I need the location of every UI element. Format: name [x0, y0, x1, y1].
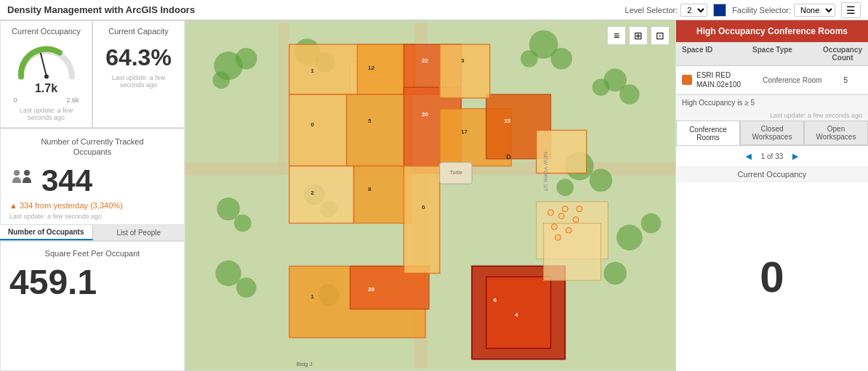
level-selector-input[interactable]: 2 1 3	[680, 4, 707, 17]
svg-text:22: 22	[422, 57, 428, 64]
capacity-title: Current Capacity	[108, 27, 169, 36]
svg-text:6: 6	[494, 297, 497, 303]
people-svg	[9, 167, 36, 189]
ws-tab-closed[interactable]: Closed Workspaces	[740, 121, 804, 145]
table-row[interactable]: ESRI RED MAIN.02e100 Conference Room 5	[676, 66, 868, 94]
svg-text:3: 3	[461, 57, 465, 64]
svg-point-9	[236, 48, 257, 70]
svg-point-27	[616, 224, 642, 250]
svg-point-26	[556, 179, 574, 196]
map-toolbar: ≡ ⊞ ⊡	[607, 26, 670, 45]
facility-selector-label: Facility Selector:	[732, 6, 791, 15]
svg-point-16	[236, 277, 257, 298]
map-tool-expand[interactable]: ⊡	[651, 26, 670, 45]
facility-selector-input[interactable]: None	[794, 4, 835, 17]
high-occ-header: High Occupancy Conference Rooms	[676, 20, 868, 42]
svg-point-14	[234, 215, 252, 232]
pagination-prev[interactable]: ◄	[742, 150, 755, 162]
gauge-max: 2.6k	[66, 97, 79, 104]
svg-point-2	[14, 170, 20, 176]
occ-count-value: 5	[829, 76, 862, 84]
svg-point-15	[215, 261, 241, 286]
capacity-last-update: Last update: a few seconds ago	[99, 74, 178, 89]
svg-rect-48	[440, 44, 490, 98]
svg-point-13	[217, 197, 240, 221]
svg-point-29	[603, 262, 627, 285]
right-last-update: Last update: a few seconds ago	[676, 110, 868, 121]
svg-text:Turtle: Turtle	[450, 170, 462, 175]
current-occ-value: 0	[676, 182, 868, 371]
svg-point-1	[44, 75, 49, 79]
map-tool-list[interactable]: ≡	[607, 26, 626, 45]
pagination-label: 1 of 33	[761, 152, 784, 160]
level-selector-label: Level Selector:	[625, 6, 678, 15]
svg-text:28: 28	[368, 286, 374, 293]
occupants-delta: ▲ 334 from yesterday (3,340%)	[9, 201, 175, 210]
svg-text:20: 20	[422, 111, 428, 118]
svg-rect-50	[486, 277, 551, 348]
sqft-widget: Square Feet Per Occupant 459.1	[0, 241, 185, 371]
svg-line-0	[41, 54, 47, 77]
occupancy-value: 1.7k	[35, 82, 57, 95]
svg-text:5: 5	[368, 118, 371, 124]
app-title: Density Management with ArcGIS Indoors	[7, 4, 195, 15]
svg-text:8: 8	[368, 186, 371, 192]
top-widgets-row: Current Occupancy 1.7k 0 2.6k	[0, 20, 185, 129]
col-header-space-id: Space ID	[682, 46, 752, 62]
svg-rect-53	[544, 223, 601, 280]
menu-button[interactable]: ☰	[841, 2, 861, 18]
svg-text:0: 0	[422, 204, 425, 211]
svg-text:4: 4	[515, 311, 518, 318]
current-occupancy-widget: Current Occupancy 1.7k 0 2.6k	[0, 20, 92, 128]
high-occ-threshold: High Occupancy is ≥ 5	[676, 94, 868, 110]
svg-point-78	[562, 206, 568, 212]
occupancy-title: Current Occupancy	[12, 27, 81, 36]
occupant-tabs: Number of Occupants List of People	[0, 224, 185, 241]
gauge-labels: 0 2.6k	[14, 97, 79, 104]
tracked-last-update: Last update: a few seconds ago	[9, 213, 175, 220]
svg-point-3	[24, 170, 30, 176]
gauge-min: 0	[14, 97, 17, 104]
svg-point-20	[521, 50, 538, 68]
svg-point-81	[555, 235, 560, 240]
svg-point-82	[576, 206, 582, 212]
svg-point-76	[558, 213, 564, 219]
tab-number-of-occupants[interactable]: Number of Occupants	[0, 225, 93, 240]
map-tool-grid[interactable]: ⊞	[629, 26, 648, 45]
svg-text:Bldg J: Bldg J	[297, 362, 313, 368]
svg-point-25	[590, 169, 613, 192]
occupants-title: Number of Currently TrackedOccupants	[9, 136, 175, 158]
map-area[interactable]: ≡ ⊞ ⊡	[185, 20, 675, 371]
svg-point-22	[619, 84, 640, 105]
tab-list-of-people[interactable]: List of People	[93, 225, 185, 240]
table-header: Space ID Space Type Occupancy Count	[676, 42, 868, 66]
top-bar: Density Management with ArcGIS Indoors L…	[0, 0, 868, 20]
right-panel: High Occupancy Conference Rooms Space ID…	[675, 20, 868, 371]
svg-point-80	[566, 227, 571, 233]
col-header-space-type: Space Type	[752, 46, 823, 62]
svg-point-23	[592, 78, 610, 96]
svg-text:12: 12	[368, 65, 374, 71]
gauge-svg	[14, 38, 79, 82]
current-occ-label: Current Occupancy	[676, 167, 868, 182]
current-capacity-widget: Current Capacity 64.3% Last update: a fe…	[92, 20, 185, 128]
space-type-value: Conference Room	[763, 76, 829, 84]
ws-tab-open[interactable]: Open Workspaces	[804, 121, 868, 145]
capacity-value: 64.3%	[105, 44, 172, 71]
pagination-next[interactable]: ►	[789, 150, 802, 162]
space-id-value: ESRI RED MAIN.02e100	[696, 70, 763, 89]
svg-point-79	[573, 217, 579, 223]
arcgis-logo	[713, 4, 726, 17]
svg-point-10	[212, 72, 230, 89]
svg-rect-41	[289, 166, 354, 224]
occupancy-last-update: Last update: a few seconds ago	[7, 107, 86, 121]
left-panel: Current Occupancy 1.7k 0 2.6k	[0, 20, 185, 371]
main-layout: Current Occupancy 1.7k 0 2.6k	[0, 20, 868, 371]
svg-text:1: 1	[310, 68, 314, 75]
sqft-value: 459.1	[9, 262, 175, 302]
ws-tab-conference[interactable]: Conference Rooms	[676, 121, 740, 145]
pagination-row: ◄ 1 of 33 ►	[676, 146, 868, 167]
svg-text:D: D	[506, 153, 511, 160]
svg-text:15: 15	[504, 118, 510, 124]
svg-rect-39	[347, 94, 411, 166]
